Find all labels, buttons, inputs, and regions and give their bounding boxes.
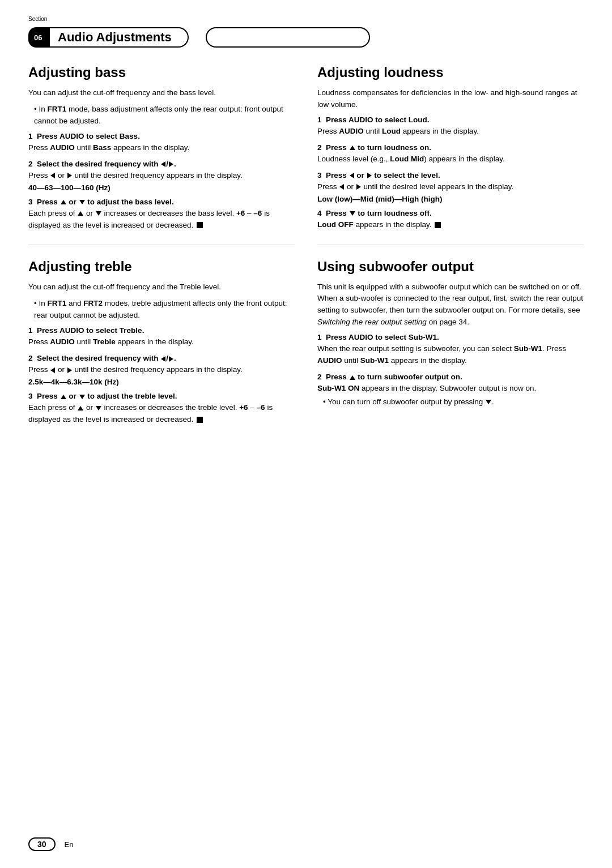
triangle-up-icon [61,200,66,204]
loudness-step-2: 2 Press to turn loudness on. Loudness le… [317,143,584,165]
adjusting-treble-section: Adjusting treble You can adjust the cut-… [28,259,295,425]
header-right-decoration [206,27,370,48]
triangle-up-icon3 [61,395,66,399]
bass-step1-num: 1 [28,132,37,140]
treble-step-2: 2 Select the desired frequency with /. P… [28,354,295,386]
subwoofer-step2-header: 2 Press to turn subwoofer output on. [317,373,584,381]
loudness-step4-num: 4 [317,209,326,217]
page-title: Audio Adjustments [58,30,172,45]
bass-step3-header: 3 Press or to adjust the bass level. [28,198,295,206]
footer: 30 En [28,837,584,851]
triangle-right-icon2 [67,173,72,178]
triangle-right-icon5 [367,173,372,178]
triangle-down-icon2 [96,211,101,216]
triangle-down-icon4 [96,406,101,411]
language-label: En [65,840,74,849]
loudness-step4-body: Loud OFF appears in the display. [317,219,584,231]
subwoofer-step2-label: Press to turn subwoofer output on. [326,373,462,381]
treble-step-1: 1 Press AUDIO to select Treble. Press AU… [28,326,295,348]
treble-step3-label: Press or to adjust the treble level. [37,392,177,400]
adjusting-loudness-section: Adjusting loudness Loudness compensates … [317,65,584,231]
bass-step2-label: Select the desired frequency with /. [37,160,176,168]
page: Section 06 Audio Adjustments Adjusting b… [0,0,612,868]
divider-1 [28,245,295,245]
stop-icon3 [435,222,441,228]
treble-intro1: You can adjust the cut-off frequency and… [28,281,295,293]
loudness-step3-num: 3 [317,171,326,179]
loudness-step3-body: Press or until the desired level appears… [317,181,584,193]
subwoofer-step2-num: 2 [317,373,326,381]
triangle-right-icon [169,161,173,167]
treble-title: Adjusting treble [28,259,295,275]
triangle-left-icon [161,161,165,167]
triangle-left-icon3 [161,356,165,362]
treble-step3-num: 3 [28,392,37,400]
triangle-right-icon3 [169,356,173,362]
triangle-up-icon5 [350,146,355,150]
loudness-step2-header: 2 Press to turn loudness on. [317,143,584,152]
treble-step2-header: 2 Select the desired frequency with /. [28,354,295,362]
triangle-down-icon5 [350,211,355,216]
bass-intro2: • In FRT1 mode, bass adjustment affects … [28,104,295,127]
loudness-step1-body: Press AUDIO until Loud appears in the di… [317,126,584,138]
section-label: Section [28,16,47,22]
loudness-step-4: 4 Press to turn loudness off. Loud OFF a… [317,209,584,231]
bass-step1-body: Press AUDIO until Bass appears in the di… [28,142,295,154]
treble-step-3: 3 Press or to adjust the treble level. E… [28,392,295,426]
loudness-step4-header: 4 Press to turn loudness off. [317,209,584,217]
subwoofer-step-2: 2 Press to turn subwoofer output on. Sub… [317,373,584,408]
treble-step2-body: Press or until the desired frequency app… [28,364,295,376]
divider-2 [317,245,584,245]
bass-step2-body: Press or until the desired frequency app… [28,170,295,182]
triangle-up-icon6 [350,375,355,380]
loudness-step2-body: Loudness level (e.g., Loud Mid) appears … [317,153,584,165]
triangle-up-icon4 [78,406,83,411]
loudness-step2-label: Press to turn loudness on. [326,143,431,152]
bass-step-3: 3 Press or to adjust the bass level. Eac… [28,198,295,232]
treble-intro2: • In FRT1 and FRT2 modes, treble adjustm… [28,298,295,322]
triangle-up-icon2 [78,211,83,216]
bass-step2-header: 2 Select the desired frequency with /. [28,160,295,168]
adjusting-bass-section: Adjusting bass You can adjust the cut-of… [28,65,295,231]
subwoofer-step1-label: Press AUDIO to select Sub-W1. [326,333,439,341]
bass-step2-num: 2 [28,160,37,168]
subwoofer-step2-extra: • You can turn off subwoofer output by p… [317,396,584,408]
loudness-title: Adjusting loudness [317,65,584,80]
loudness-step3-label: Press or to select the level. [326,171,440,179]
subwoofer-intro1: This unit is equipped with a subwoofer o… [317,281,584,329]
loudness-step1-label: Press AUDIO to select Loud. [326,116,430,124]
loudness-intro1: Loudness compensates for deficiencies in… [317,87,584,111]
left-column: Adjusting bass You can adjust the cut-of… [28,65,295,431]
triangle-down-icon6 [486,400,491,404]
bass-step3-label: Press or to adjust the bass level. [37,198,174,206]
subwoofer-step1-header: 1 Press AUDIO to select Sub-W1. [317,333,584,341]
subwoofer-step2-body: Sub-W1 ON appears in the display. Subwoo… [317,383,584,395]
treble-step1-label: Press AUDIO to select Treble. [37,326,144,335]
treble-step3-body: Each press of or increases or decreases … [28,402,295,426]
triangle-left-icon5 [350,173,354,178]
right-column: Adjusting loudness Loudness compensates … [317,65,584,431]
treble-step1-body: Press AUDIO until Treble appears in the … [28,336,295,348]
page-number: 30 [28,837,56,851]
bass-title: Adjusting bass [28,65,295,80]
bass-step-1: 1 Press AUDIO to select Bass. Press AUDI… [28,132,295,154]
subwoofer-step1-num: 1 [317,333,326,341]
triangle-down-icon3 [79,395,85,399]
subwoofer-step-1: 1 Press AUDIO to select Sub-W1. When the… [317,333,584,367]
loudness-step2-num: 2 [317,143,326,152]
treble-step2-num: 2 [28,354,37,362]
loudness-level-values: Low (low)—Mid (mid)—High (high) [317,195,584,203]
bass-freq-values: 40—63—100—160 (Hz) [28,183,295,192]
bass-step-2: 2 Select the desired frequency with /. P… [28,160,295,192]
subwoofer-step1-body: When the rear output setting is subwoofe… [317,343,584,367]
stop-icon2 [197,417,203,423]
loudness-step1-num: 1 [317,116,326,124]
bass-step1-label: Press AUDIO to select Bass. [37,132,140,140]
section-number: 06 [28,27,49,48]
bass-intro1: You can adjust the cut-off frequency and… [28,87,295,99]
content-columns: Adjusting bass You can adjust the cut-of… [28,65,584,431]
triangle-right-icon6 [356,184,361,190]
subwoofer-section: Using subwoofer output This unit is equi… [317,259,584,408]
treble-freq-values: 2.5k—4k—6.3k—10k (Hz) [28,378,295,386]
loudness-step4-label: Press to turn loudness off. [326,209,432,217]
